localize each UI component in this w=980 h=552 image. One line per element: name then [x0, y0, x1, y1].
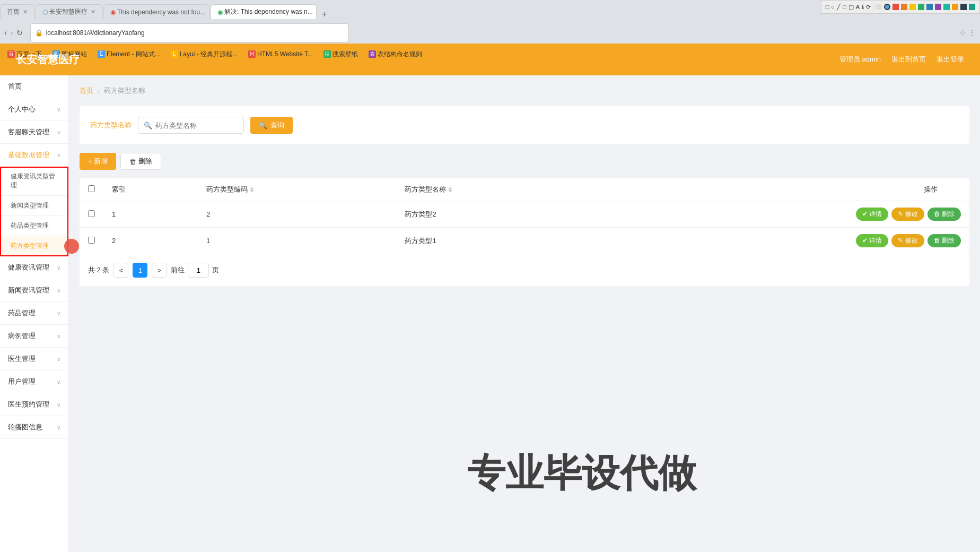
search-btn-icon: 🔍 [259, 122, 267, 130]
sidebar-item-home[interactable]: 首页 [0, 75, 68, 98]
goto-prefix: 前往 [171, 265, 185, 275]
select-all-checkbox[interactable] [88, 185, 95, 192]
breadcrumb-home[interactable]: 首页 [80, 86, 93, 96]
page-1-label: 1 [138, 266, 142, 274]
sidebar-item-health-info[interactable]: 健康资讯管理 ∨ [0, 256, 68, 279]
header-checkbox-cell [80, 178, 103, 201]
tab-medical[interactable]: ⬡ 长安智慧医疗 ✕ [36, 4, 102, 19]
page-1-button[interactable]: 1 [133, 263, 147, 278]
lock-icon: 🔒 [35, 29, 43, 37]
delete-icon: 🗑 [129, 158, 136, 166]
tab-dep2-close[interactable]: ✕ [316, 8, 317, 15]
search-button[interactable]: 🔍 查询 [250, 117, 293, 134]
nav-back[interactable]: ‹ [4, 28, 7, 38]
sidebar-sub-prescription-type[interactable]: 药方类型管理 [0, 236, 68, 256]
tab-dep1-label: This dependency was not fou... [117, 8, 205, 16]
sidebar-item-news[interactable]: 新闻资讯管理 ∨ [0, 279, 68, 302]
sidebar-sub-health-type[interactable]: 健康资讯类型管理 [0, 167, 68, 196]
sidebar-item-banner[interactable]: 轮播图信息 ∨ [0, 416, 68, 439]
tab-medical-close[interactable]: ✕ [91, 8, 95, 15]
add-button[interactable]: + 新增 [80, 153, 116, 170]
header-name-sort[interactable]: 药方类型名称 [405, 185, 452, 194]
sidebar-item-user[interactable]: 用户管理 ∨ [0, 370, 68, 393]
tab-home[interactable]: 首页 ✕ [0, 4, 34, 19]
row1-detail-button[interactable]: ✔ 详情 [856, 208, 888, 221]
sidebar-item-chat[interactable]: 客服聊天管理 ∨ [0, 121, 68, 144]
row2-index: 2 [103, 228, 198, 254]
row1-edit-label: 修改 [905, 210, 918, 218]
search-input[interactable] [155, 122, 238, 130]
new-tab-button[interactable]: + [318, 10, 331, 19]
logout-link[interactable]: 退出登录 [937, 55, 964, 64]
header-name[interactable]: 药方类型名称 [396, 178, 594, 201]
goto-home-link[interactable]: 退出到首页 [891, 55, 926, 64]
row2-action-cell: ✔ 详情 ✎ 修改 🗑 删除 [603, 234, 961, 247]
toolbar: + 新增 🗑 删除 [80, 153, 969, 170]
address-url[interactable]: localhost:8081/#/dictionaryYaofang [46, 29, 344, 37]
admin-label: 管理员 admin [839, 55, 881, 64]
row2-delete-button[interactable]: 🗑 删除 [928, 234, 961, 247]
sidebar-item-case[interactable]: 病例管理 ∨ [0, 325, 68, 348]
sidebar-item-doctor[interactable]: 医生管理 ∨ [0, 348, 68, 370]
sidebar-home-label: 首页 [8, 82, 22, 91]
chevron-down-icon-8: ∨ [57, 379, 60, 385]
tab-dep1-close[interactable]: ✕ [208, 8, 209, 15]
row1-edit-button[interactable]: ✎ 修改 [891, 208, 924, 221]
sidebar-item-appointment[interactable]: 医生预约管理 ∨ [0, 393, 68, 416]
annotation-circle [64, 239, 79, 254]
row2-checkbox[interactable] [88, 237, 95, 244]
sidebar-news-label: 新闻资讯管理 [8, 286, 49, 295]
nav-reload[interactable]: ↻ [16, 29, 23, 37]
star-icon[interactable]: ☆ [959, 29, 966, 37]
row2-detail-button[interactable]: ✔ 详情 [856, 234, 888, 247]
nav-forward[interactable]: › [10, 28, 13, 38]
row2-edit-button[interactable]: ✎ 修改 [891, 234, 924, 247]
chevron-down-icon: ∨ [57, 107, 60, 113]
sidebar-sub-news-type[interactable]: 新闻类型管理 [0, 196, 68, 216]
delete-button[interactable]: 🗑 删除 [120, 153, 161, 170]
breadcrumb-current: 药方类型名称 [104, 86, 145, 96]
prev-icon: < [119, 266, 124, 274]
detail-icon: ✔ [862, 210, 868, 218]
header-name-label: 药方类型名称 [405, 185, 446, 194]
sidebar-sub-drug-type[interactable]: 药品类型管理 [0, 216, 68, 236]
goto-input[interactable] [188, 263, 209, 278]
toolbar-palette: □○╱□▢Aℹ⟳ [821, 0, 980, 14]
tab-dep2[interactable]: ◉ 解决: This dependency was n... ✕ [211, 4, 317, 19]
bookmark-table[interactable]: 表 表结构命名规则 [365, 49, 425, 60]
sidebar-case-label: 病例管理 [8, 331, 36, 341]
tab-medical-favicon: ⬡ [42, 8, 48, 16]
bookmark-element[interactable]: E Element - 网站式... [94, 49, 163, 60]
tab-dep1[interactable]: ◉ This dependency was not fou... ✕ [103, 4, 209, 19]
filter-bar: 药方类型名称 🔍 🔍 查询 [80, 106, 969, 144]
prev-page-button[interactable]: < [113, 263, 128, 278]
row1-delete-button[interactable]: 🗑 删除 [928, 208, 961, 221]
row2-checkbox-cell [80, 228, 103, 254]
next-page-button[interactable]: > [152, 263, 167, 278]
table-row: 1 2 药方类型2 ✔ 详情 ✎ 修改 [80, 201, 969, 228]
pagination-total: 共 2 条 [88, 265, 109, 275]
bookmark-wallpaper[interactable]: 搜 搜索壁纸 [320, 49, 361, 60]
main-content: 首页 / 药方类型名称 药方类型名称 🔍 🔍 查询 + 新增 🗑 删除 [69, 75, 980, 552]
detail-icon-2: ✔ [862, 237, 868, 244]
tab-home-close[interactable]: ✕ [23, 8, 28, 15]
overlay-text: 专业毕设代做 [467, 448, 696, 499]
sidebar-item-drug[interactable]: 药品管理 ∨ [0, 302, 68, 325]
sidebar-item-personal[interactable]: 个人中心 ∨ [0, 98, 68, 121]
bookmark-layui[interactable]: L Layui - 经典开源框... [168, 49, 241, 60]
next-icon: > [158, 266, 162, 274]
sort-down-icon [250, 190, 254, 193]
header-code[interactable]: 药方类型编码 [198, 178, 396, 201]
row2-detail-label: 详情 [869, 237, 882, 244]
row2-delete-label: 删除 [942, 237, 955, 244]
sidebar-health-info-label: 健康资讯管理 [8, 263, 49, 272]
header-code-sort[interactable]: 药方类型编码 [206, 185, 254, 194]
settings-icon[interactable]: ⋮ [968, 29, 976, 37]
delete-row-icon: 🗑 [934, 210, 940, 218]
sidebar-item-basic[interactable]: 基础数据管理 ∧ [0, 144, 68, 167]
tab-dep2-label: 解决: This dependency was n... [224, 7, 313, 16]
sidebar-doctor-label: 医生管理 [8, 354, 36, 364]
row1-checkbox[interactable] [88, 210, 95, 217]
sort-icon-code [250, 187, 254, 193]
bookmark-html5[interactable]: H HTML5 Website T... [245, 49, 316, 59]
